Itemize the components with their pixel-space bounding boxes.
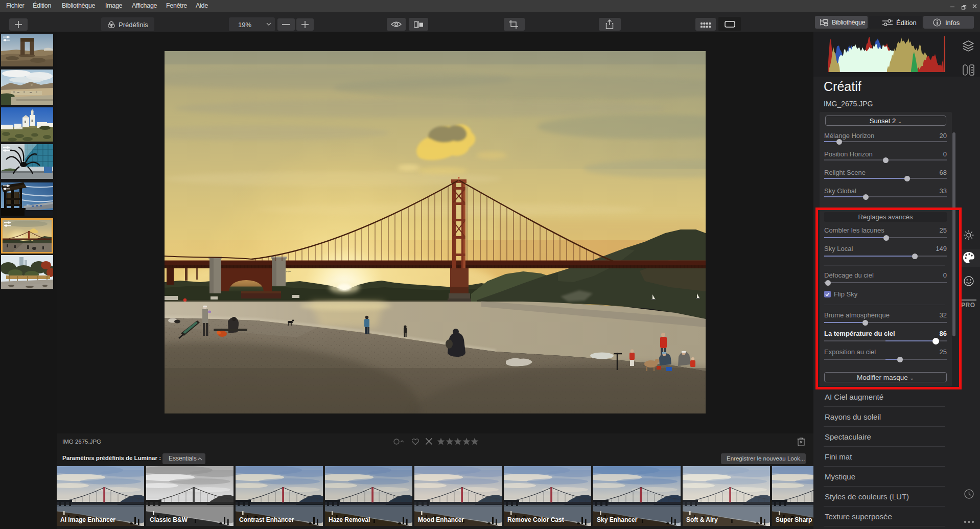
svg-text:Haze Removal: Haze Removal: [329, 516, 370, 523]
svg-text:Super Sharp: Super Sharp: [776, 516, 812, 523]
svg-text:Soft & Airy: Soft & Airy: [686, 516, 718, 523]
svg-text:Sky Enhancer: Sky Enhancer: [597, 516, 638, 523]
svg-text:Classic B&W: Classic B&W: [150, 516, 188, 523]
svg-text:Mood Enhancer: Mood Enhancer: [418, 516, 464, 523]
svg-text:AI Image Enhancer: AI Image Enhancer: [60, 516, 115, 523]
svg-text:Remove Color Cast: Remove Color Cast: [507, 516, 564, 523]
svg-text:Contrast Enhancer: Contrast Enhancer: [239, 516, 294, 523]
